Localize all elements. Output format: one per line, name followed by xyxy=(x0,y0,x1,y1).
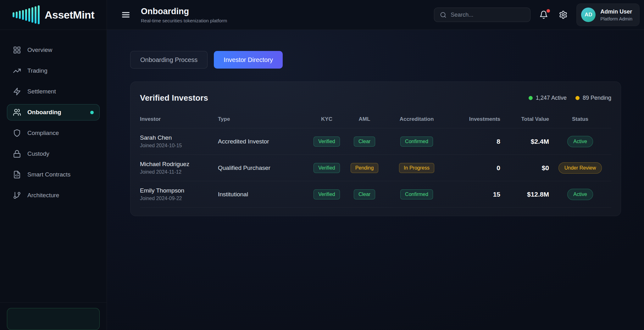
lock-icon xyxy=(13,150,21,158)
kyc-badge: Verified xyxy=(314,163,340,173)
accreditation-badge: Confirmed xyxy=(400,189,433,199)
investor-joined-date: Joined 2024-10-15 xyxy=(140,143,218,148)
panel-header: Verified Investors 1,247 Active 89 Pendi… xyxy=(140,93,611,103)
sidebar-item-label: Custody xyxy=(27,150,49,157)
investor-joined-date: Joined 2024-11-12 xyxy=(140,169,218,175)
settings-button[interactable] xyxy=(557,8,569,21)
investments-count: 0 xyxy=(450,164,500,172)
table-row[interactable]: Michael Rodriguez Joined 2024-11-12 Qual… xyxy=(140,155,611,181)
table-row[interactable]: Sarah Chen Joined 2024-10-15 Accredited … xyxy=(140,128,611,155)
col-status: Status xyxy=(549,116,611,122)
col-investor: Investor xyxy=(140,116,218,122)
table-body: Sarah Chen Joined 2024-10-15 Accredited … xyxy=(140,128,611,208)
sidebar-item-label: Smart Contracts xyxy=(27,171,70,178)
pending-dot-icon xyxy=(575,96,580,100)
col-accreditation: Accreditation xyxy=(383,116,450,122)
sidebar-footer xyxy=(0,302,107,330)
panel-title: Verified Investors xyxy=(140,93,208,103)
active-count: 1,247 Active xyxy=(529,95,567,101)
brand-logo: AssetMint xyxy=(0,0,107,30)
topbar: Onboarding Real-time securities tokeniza… xyxy=(107,0,644,30)
aml-badge: Clear xyxy=(354,189,375,199)
users-icon xyxy=(13,108,21,116)
col-aml: AML xyxy=(346,116,383,122)
investments-count: 15 xyxy=(450,191,500,198)
sidebar-item-label: Overview xyxy=(27,47,52,53)
notification-dot xyxy=(547,9,550,13)
page-title-block: Onboarding Real-time securities tokeniza… xyxy=(141,7,227,23)
investor-name: Sarah Chen xyxy=(140,134,218,141)
sidebar-item-custody[interactable]: Custody xyxy=(7,146,100,162)
app-root: AssetMint Overview Trading Settl xyxy=(0,0,644,330)
investor-joined-date: Joined 2024-09-22 xyxy=(140,196,218,201)
investor-cell: Michael Rodriguez Joined 2024-11-12 xyxy=(140,161,218,175)
investor-type: Institutional xyxy=(218,191,308,198)
table-row[interactable]: Emily Thompson Joined 2024-09-22 Institu… xyxy=(140,181,611,208)
user-role: Platform Admin xyxy=(600,16,632,21)
search-icon xyxy=(440,12,447,18)
sidebar: AssetMint Overview Trading Settl xyxy=(0,0,107,330)
system-status-card xyxy=(7,308,100,330)
user-menu[interactable]: AD Admin User Platform Admin xyxy=(576,3,640,26)
notifications-button[interactable] xyxy=(537,8,550,21)
status-badge: Under Review xyxy=(558,162,602,174)
accreditation-badge: In Progress xyxy=(399,163,434,173)
tab-onboarding-process[interactable]: Onboarding Process xyxy=(130,51,208,69)
col-total-value: Total Value xyxy=(500,116,549,122)
sidebar-item-label: Settlement xyxy=(27,88,56,95)
accreditation-badge: Confirmed xyxy=(400,137,433,147)
search-box xyxy=(434,8,530,22)
user-name: Admin User xyxy=(600,8,632,15)
investor-name: Michael Rodriguez xyxy=(140,161,218,168)
investor-name: Emily Thompson xyxy=(140,187,218,194)
sidebar-item-trading[interactable]: Trading xyxy=(7,63,100,79)
gear-icon xyxy=(559,10,568,19)
table-header-row: Investor Type KYC AML Accreditation Inve… xyxy=(140,112,611,128)
kyc-badge: Verified xyxy=(314,137,340,147)
shield-icon xyxy=(13,129,21,137)
col-investments: Investments xyxy=(450,116,500,122)
investors-table: Investor Type KYC AML Accreditation Inve… xyxy=(140,112,611,208)
file-code-icon xyxy=(13,171,21,179)
git-branch-icon xyxy=(13,191,21,199)
investments-count: 8 xyxy=(450,138,500,145)
aml-badge: Clear xyxy=(354,137,375,147)
status-badge: Active xyxy=(567,189,593,200)
investor-cell: Sarah Chen Joined 2024-10-15 xyxy=(140,134,218,148)
aml-badge: Pending xyxy=(351,163,379,173)
avatar: AD xyxy=(581,8,596,22)
sidebar-item-label: Architecture xyxy=(27,192,59,199)
sidebar-item-overview[interactable]: Overview xyxy=(7,42,100,58)
sidebar-item-compliance[interactable]: Compliance xyxy=(7,125,100,141)
investor-type: Accredited Investor xyxy=(218,138,308,145)
sidebar-item-architecture[interactable]: Architecture xyxy=(7,187,100,204)
sidebar-item-onboarding[interactable]: Onboarding xyxy=(7,104,100,120)
col-kyc: KYC xyxy=(308,116,346,122)
topbar-actions: AD Admin User Platform Admin xyxy=(434,3,641,26)
investor-counts-legend: 1,247 Active 89 Pending xyxy=(529,95,611,101)
content-area: Onboarding Process Investor Directory Ve… xyxy=(107,30,644,330)
tab-investor-directory[interactable]: Investor Directory xyxy=(214,51,283,69)
active-indicator-dot xyxy=(90,111,94,114)
total-value: $2.4M xyxy=(500,138,549,145)
menu-icon[interactable] xyxy=(119,8,132,21)
search-input[interactable] xyxy=(451,12,525,18)
sidebar-nav: Overview Trading Settlement Onboardi xyxy=(0,30,107,204)
status-badge: Active xyxy=(567,136,593,147)
sidebar-item-smart-contracts[interactable]: Smart Contracts xyxy=(7,166,100,183)
tab-bar: Onboarding Process Investor Directory xyxy=(130,51,644,69)
total-value: $12.8M xyxy=(500,191,549,198)
sidebar-item-settlement[interactable]: Settlement xyxy=(7,83,100,100)
main-column: Onboarding Real-time securities tokeniza… xyxy=(107,0,644,330)
bolt-icon xyxy=(13,87,21,96)
investor-type: Qualified Purchaser xyxy=(218,165,308,171)
total-value: $0 xyxy=(500,164,549,172)
page-title: Onboarding xyxy=(141,7,227,16)
kyc-badge: Verified xyxy=(314,189,340,199)
investor-cell: Emily Thompson Joined 2024-09-22 xyxy=(140,187,218,201)
col-type: Type xyxy=(218,116,308,122)
active-dot-icon xyxy=(529,96,533,100)
sidebar-item-label: Onboarding xyxy=(27,109,61,116)
verified-investors-panel: Verified Investors 1,247 Active 89 Pendi… xyxy=(130,81,621,216)
brand-name: AssetMint xyxy=(45,9,94,21)
